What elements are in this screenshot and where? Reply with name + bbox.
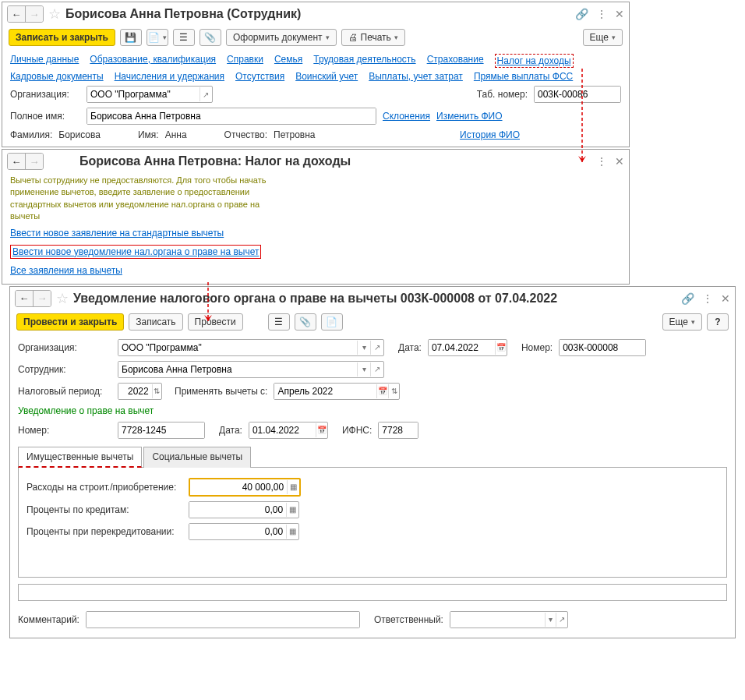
tab-property-deductions[interactable]: Имущественные вычеты (18, 447, 142, 468)
forward-button-3[interactable]: → (33, 291, 51, 306)
fullname-input[interactable] (87, 108, 376, 124)
forward-button[interactable]: → (25, 6, 43, 22)
refinance-interest-input[interactable] (189, 524, 286, 539)
tab-education[interactable]: Образование, квалификация (90, 54, 216, 68)
tab-accruals[interactable]: Начисления и удержания (115, 71, 224, 82)
dropdown-icon[interactable]: ▾ (357, 341, 370, 355)
number-label-3: Номер: (521, 342, 553, 353)
close-icon-3[interactable]: ✕ (721, 292, 730, 305)
titlebar-2: ← → Борисова Анна Петровна: Налог на дох… (2, 150, 629, 173)
more-button-3[interactable]: Еще ▾ (662, 313, 702, 331)
org-label: Организация: (10, 89, 80, 100)
link-icon-3[interactable]: 🔗 (681, 292, 694, 305)
calendar-icon[interactable]: 📅 (376, 384, 388, 398)
responsible-label: Ответственный: (374, 614, 443, 625)
toolbar: Записать и закрыть 💾 📄▾ ☰ 📎 Оформить док… (2, 26, 629, 52)
org-input-3[interactable] (118, 340, 357, 355)
new-doc-button-3[interactable]: 📄 (321, 313, 343, 331)
new-standard-deduction-link[interactable]: Ввести новое заявление на стандартные вы… (10, 228, 224, 239)
close-icon-2[interactable]: ✕ (615, 155, 624, 168)
employee-input[interactable] (118, 362, 357, 377)
dropdown-icon[interactable]: ▾ (357, 362, 370, 377)
post-button[interactable]: Провести (188, 313, 243, 331)
help-button[interactable]: ? (707, 313, 729, 331)
tab-insurance[interactable]: Страхование (427, 54, 484, 68)
tab-social-deductions[interactable]: Социальные вычеты (143, 447, 251, 468)
org-label-3: Организация: (18, 342, 111, 353)
tab-personal[interactable]: Личные данные (10, 54, 79, 68)
back-button-3[interactable]: ← (16, 291, 33, 306)
spinner-icon[interactable]: ⇅ (388, 384, 400, 398)
kebab-menu-icon-3[interactable]: ⋮ (702, 292, 713, 305)
save-button[interactable]: 💾 (120, 29, 142, 46)
patronymic-value: Петровна (274, 129, 315, 140)
tab-hr-docs[interactable]: Кадровые документы (10, 71, 104, 82)
number-input-3[interactable] (560, 340, 645, 355)
open-icon[interactable]: ↗ (370, 362, 383, 377)
calendar-icon[interactable]: 📅 (495, 341, 507, 355)
declension-link[interactable]: Склонения (383, 111, 430, 122)
org-open-icon[interactable]: ↗ (199, 87, 212, 101)
open-icon[interactable]: ↗ (556, 613, 567, 627)
tab-references[interactable]: Справки (227, 54, 263, 68)
print-button[interactable]: 🖨 Печать ▾ (341, 29, 405, 46)
kebab-menu-icon[interactable]: ⋮ (596, 8, 607, 20)
tabnum-label: Таб. номер: (477, 89, 528, 100)
notif-number-label: Номер: (18, 425, 111, 436)
loan-interest-input[interactable] (189, 502, 286, 518)
comment-input[interactable] (87, 612, 359, 628)
tab-military[interactable]: Воинский учет (295, 71, 358, 82)
titlebar-3: ← → ☆ Уведомление налогового органа о пр… (10, 287, 735, 310)
ifns-input[interactable] (379, 422, 418, 438)
tab-family[interactable]: Семья (274, 54, 302, 68)
change-fio-link[interactable]: Изменить ФИО (436, 111, 503, 122)
more-button[interactable]: Еще ▾ (583, 29, 623, 46)
notif-number-input[interactable] (118, 422, 204, 438)
tax-period-input[interactable] (118, 384, 152, 399)
apply-from-input[interactable] (274, 384, 376, 399)
open-icon[interactable]: ↗ (370, 341, 383, 355)
tab-fss[interactable]: Прямые выплаты ФСС (474, 71, 573, 82)
save-close-button[interactable]: Записать и закрыть (9, 29, 115, 46)
new-doc-button[interactable]: 📄▾ (147, 29, 168, 46)
employee-label: Сотрудник: (18, 364, 111, 375)
tab-work[interactable]: Трудовая деятельность (313, 54, 415, 68)
calculator-icon[interactable]: ▦ (287, 480, 299, 494)
tab-absences[interactable]: Отсутствия (235, 71, 284, 82)
attach-button-3[interactable]: 📎 (295, 313, 316, 331)
forward-button-2[interactable]: → (25, 154, 43, 169)
spinner-icon[interactable]: ⇅ (152, 384, 161, 398)
list-button-3[interactable]: ☰ (268, 313, 290, 331)
date-input-3[interactable] (429, 340, 495, 355)
kebab-menu-icon-2[interactable]: ⋮ (596, 155, 607, 168)
fullname-label: Полное имя: (10, 111, 80, 122)
tab-payments[interactable]: Выплаты, учет затрат (369, 71, 463, 82)
favorite-star-icon-3[interactable]: ☆ (56, 290, 69, 307)
save-button-3[interactable]: Записать (129, 313, 182, 331)
calendar-icon[interactable]: 📅 (316, 423, 327, 437)
construction-expenses-input[interactable] (190, 479, 287, 495)
link-icon[interactable]: 🔗 (575, 8, 588, 20)
back-button-2[interactable]: ← (8, 154, 25, 169)
org-input[interactable] (87, 87, 199, 102)
all-deduction-requests-link[interactable]: Все заявления на вычеты (10, 265, 122, 276)
tab-income-tax[interactable]: Налог на доходы (495, 54, 574, 68)
calculator-icon[interactable]: ▦ (286, 503, 298, 517)
dropdown-icon[interactable]: ▾ (545, 613, 556, 627)
patronymic-label: Отчество: (224, 129, 268, 140)
create-doc-button[interactable]: Оформить документ ▾ (226, 29, 337, 46)
doc-plus-icon: 📄 (148, 32, 160, 43)
notif-date-input[interactable] (249, 422, 316, 438)
back-button[interactable]: ← (8, 6, 25, 22)
responsible-input[interactable] (450, 612, 545, 628)
calculator-icon[interactable]: ▦ (286, 525, 298, 539)
fio-history-link[interactable]: История ФИО (460, 129, 520, 140)
favorite-star-icon[interactable]: ☆ (48, 5, 61, 23)
close-icon[interactable]: ✕ (615, 8, 624, 20)
responsible-wrap: ▾ ↗ (450, 611, 568, 628)
new-notification-link[interactable]: Ввести новое уведомление нал.органа о пр… (12, 246, 259, 257)
post-close-button[interactable]: Провести и закрыть (16, 313, 124, 331)
attach-button[interactable]: 📎 (199, 29, 221, 46)
list-button[interactable]: ☰ (173, 29, 195, 46)
tabnum-input[interactable] (535, 87, 620, 102)
